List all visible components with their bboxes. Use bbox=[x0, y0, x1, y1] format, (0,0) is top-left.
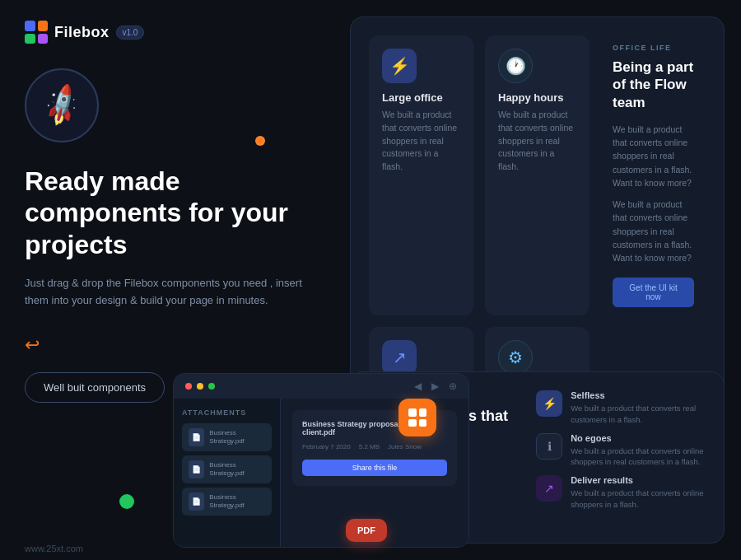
office-life-label: OFFICE LIFE bbox=[613, 44, 694, 52]
titlebar-icon3: ⊕ bbox=[449, 380, 457, 392]
hero-description: Just drag & drop the Filebox components … bbox=[25, 275, 305, 310]
selfless-desc: We built a product that converts real cu… bbox=[571, 403, 706, 425]
titlebar-icon1: ◀ bbox=[414, 380, 422, 392]
file-name-3: Business Strategy.pdf bbox=[209, 493, 265, 511]
titlebar-icon2: ▶ bbox=[431, 380, 439, 392]
deliver-icon: ↗ bbox=[536, 475, 562, 502]
office-life-desc2: We built a product that converts online … bbox=[613, 198, 694, 264]
principle-selfless: ⚡ Selfless We built a product that conve… bbox=[536, 390, 706, 425]
rocket-icon: 🚀 bbox=[37, 82, 86, 130]
fl-sq2 bbox=[419, 408, 427, 417]
cool-team-icon: ⚙ bbox=[498, 340, 533, 375]
principle-no-egoes: ℹ No egoes We built a product that conve… bbox=[536, 433, 706, 468]
selfless-text: Selfless We built a product that convert… bbox=[571, 390, 706, 425]
file-item-2[interactable]: 📄 Business Strategy.pdf bbox=[182, 455, 272, 483]
pdf-badge: PDF bbox=[346, 519, 387, 542]
office-life-desc1: We built a product that converts online … bbox=[613, 123, 694, 189]
logo-sq-blue bbox=[25, 21, 35, 31]
deliver-desc: We built a product that converts online … bbox=[571, 488, 706, 510]
file-size: 5.2 MB bbox=[359, 443, 380, 450]
logo-sq-orange bbox=[38, 21, 49, 31]
decorative-dot-teal bbox=[119, 494, 134, 509]
titlebar-red-dot bbox=[185, 383, 192, 390]
large-office-icon: ⚡ bbox=[382, 49, 417, 83]
file-card-meta: February 7 2020 5.2 MB Jules Snow bbox=[302, 443, 447, 450]
logo-sq-purple bbox=[38, 34, 49, 44]
file-date: February 7 2020 bbox=[302, 443, 351, 450]
footer-watermark: www.25xt.com bbox=[25, 544, 83, 553]
selfless-icon: ⚡ bbox=[536, 390, 562, 417]
fl-sq4 bbox=[419, 419, 427, 427]
titlebar-yellow-dot bbox=[197, 383, 203, 390]
decorative-dot-orange bbox=[255, 136, 265, 146]
nice-tech-icon: ↗ bbox=[382, 340, 417, 375]
mockup-titlebar: ◀ ▶ ⊕ bbox=[174, 374, 468, 399]
principles-right: ⚡ Selfless We built a product that conve… bbox=[536, 390, 706, 525]
file-item-3[interactable]: 📄 Business Strategy.pdf bbox=[182, 488, 272, 516]
office-life-title: Being a part of the Flow team bbox=[613, 58, 694, 111]
no-egoes-desc: We built a product that converts online … bbox=[571, 446, 706, 468]
selfless-name: Selfless bbox=[571, 390, 706, 400]
arrow-icon: ↩ bbox=[25, 334, 305, 356]
file-user: Jules Snow bbox=[388, 443, 422, 450]
no-egoes-name: No egoes bbox=[571, 433, 706, 443]
logo-icon bbox=[25, 21, 48, 44]
well-built-button[interactable]: Well buit components bbox=[25, 372, 165, 403]
happy-hours-desc: We built a product that converts online … bbox=[498, 109, 576, 174]
file-name-2: Business Strategy.pdf bbox=[209, 461, 265, 478]
logo-area: Filebox v1.0 bbox=[25, 21, 305, 44]
logo-sq-green bbox=[25, 34, 35, 44]
principle-deliver: ↗ Deliver results We built a product tha… bbox=[536, 475, 706, 510]
left-panel: Filebox v1.0 🚀 Ready made components for… bbox=[25, 21, 305, 403]
brand-name: Filebox bbox=[54, 24, 110, 41]
no-egoes-icon: ℹ bbox=[536, 433, 562, 460]
fl-sq3 bbox=[408, 419, 417, 427]
deliver-name: Deliver results bbox=[571, 475, 706, 485]
large-office-desc: We built a product that converts online … bbox=[382, 109, 460, 174]
version-badge: v1.0 bbox=[116, 26, 145, 40]
mockup-sidebar: Attachments 📄 Business Strategy.pdf 📄 Bu… bbox=[174, 399, 281, 547]
file-icon-3: 📄 bbox=[189, 492, 204, 511]
deliver-text: Deliver results We built a product that … bbox=[571, 475, 706, 510]
file-item-1[interactable]: 📄 Business Strategy.pdf bbox=[182, 423, 272, 451]
titlebar-green-dot bbox=[208, 383, 215, 390]
share-file-button[interactable]: Share this file bbox=[302, 460, 447, 476]
happy-hours-icon: 🕐 bbox=[498, 49, 533, 83]
file-name-1: Business Strategy.pdf bbox=[209, 429, 265, 446]
happy-hours-title: Happy hours bbox=[498, 91, 576, 104]
float-logo-grid bbox=[408, 408, 426, 427]
rocket-circle: 🚀 bbox=[25, 68, 99, 142]
card-happy-hours: 🕐 Happy hours We built a product that co… bbox=[485, 35, 590, 315]
large-office-title: Large office bbox=[382, 91, 460, 104]
no-egoes-text: No egoes We built a product that convert… bbox=[571, 433, 706, 468]
office-life-column: OFFICE LIFE Being a part of the Flow tea… bbox=[601, 35, 706, 315]
float-filebox-icon bbox=[398, 399, 436, 436]
get-kit-button[interactable]: Get the UI kit now bbox=[613, 278, 694, 307]
card-large-office: ⚡ Large office We built a product that c… bbox=[369, 35, 473, 315]
sidebar-label: Attachments bbox=[182, 408, 272, 417]
file-icon-2: 📄 bbox=[189, 460, 204, 478]
hero-title: Ready made components for your projects bbox=[25, 166, 305, 260]
fl-sq1 bbox=[408, 408, 417, 417]
file-icon-1: 📄 bbox=[189, 428, 204, 446]
